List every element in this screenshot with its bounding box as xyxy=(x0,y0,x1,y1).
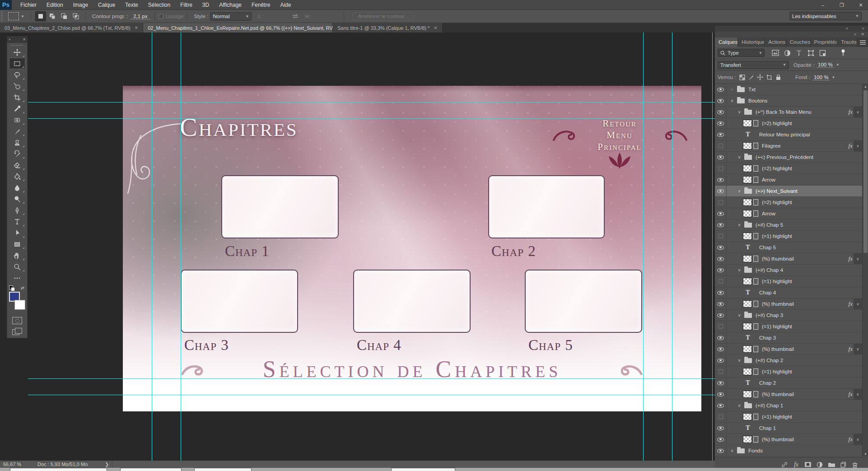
layer-visibility-toggle[interactable] xyxy=(715,253,727,264)
fill-caret-icon[interactable]: ▼ xyxy=(832,75,835,79)
layer-row[interactable]: (%) thumbnailfx∨ xyxy=(715,389,868,400)
menu-texte[interactable]: Texte xyxy=(120,0,143,10)
layer-row[interactable]: (=2) highlight xyxy=(715,197,868,208)
opacity-input[interactable]: 100 % xyxy=(817,62,834,68)
expand-group-icon[interactable]: › xyxy=(729,87,735,92)
selection-mode-new-button[interactable] xyxy=(35,11,46,21)
layer-visibility-toggle[interactable] xyxy=(715,84,727,95)
restore-button[interactable]: ❐ xyxy=(837,2,846,8)
layer-row[interactable]: (=2) highlight xyxy=(715,163,868,174)
layer-row[interactable]: (%) thumbnailfx∨ xyxy=(715,298,868,310)
collapse-group-icon[interactable]: ∨ xyxy=(737,110,742,114)
lock-all-icon[interactable] xyxy=(774,74,783,81)
status-options-chevron[interactable]: ❯ xyxy=(102,461,112,468)
layer-visibility-toggle[interactable] xyxy=(715,163,727,174)
fill-input[interactable]: 100 % xyxy=(812,75,830,80)
collapse-group-icon[interactable]: ∨ xyxy=(737,313,742,317)
layer-name[interactable]: Filagree xyxy=(762,143,781,149)
layer-visibility-toggle[interactable] xyxy=(715,332,727,343)
toolbar-header[interactable]: »✕ xyxy=(7,36,28,42)
feather-input[interactable]: 2,1 px xyxy=(130,14,151,19)
layer-visibility-toggle[interactable] xyxy=(715,378,727,388)
layer-thumbnail[interactable] xyxy=(743,120,758,127)
layer-name[interactable]: (+#) Chap 4 xyxy=(756,267,783,273)
layer-visibility-toggle[interactable] xyxy=(715,276,727,287)
collapse-group-icon[interactable]: ∨ xyxy=(737,189,742,193)
path-selection-tool[interactable] xyxy=(9,227,25,238)
eraser-tool[interactable] xyxy=(9,159,25,171)
menu-image[interactable]: Image xyxy=(68,0,93,10)
layer-fx-chevron[interactable]: ∨ xyxy=(854,344,862,354)
layer-name[interactable]: (=1) highlight xyxy=(762,279,792,284)
lock-artboard-icon[interactable] xyxy=(765,74,774,81)
layer-name[interactable]: (+<) Previous_Précédent xyxy=(756,154,813,160)
layer-row[interactable]: Arrow xyxy=(715,208,868,219)
collapse-dock-icon[interactable]: « xyxy=(846,26,848,32)
layer-visibility-toggle[interactable] xyxy=(715,298,727,309)
layer-visibility-toggle[interactable] xyxy=(715,355,727,366)
refine-edge-button[interactable]: Améliorer le contour... xyxy=(352,12,415,20)
layer-thumbnail[interactable] xyxy=(743,323,758,330)
minimize-button[interactable]: – xyxy=(818,2,827,8)
filter-pixel-layers-icon[interactable] xyxy=(771,49,780,57)
layer-name[interactable]: Chap 5 xyxy=(759,245,776,250)
swap-colors-icon[interactable]: ⇄ xyxy=(21,285,24,290)
selection-mode-add-button[interactable] xyxy=(47,11,58,21)
layer-row[interactable]: TChap 5 xyxy=(715,242,868,253)
layer-group-row[interactable]: ∨(+>) Next_Suivant xyxy=(715,186,868,197)
layer-name[interactable]: Retour Menu principal xyxy=(759,132,810,137)
layer-visibility-toggle[interactable] xyxy=(715,287,727,298)
layer-visibility-toggle[interactable] xyxy=(715,208,727,219)
layer-row[interactable]: (=1) highlight xyxy=(715,411,868,423)
history-brush-tool[interactable] xyxy=(9,148,25,159)
layer-visibility-toggle[interactable] xyxy=(715,321,727,332)
selection-mode-subtract-button[interactable] xyxy=(59,11,70,21)
layer-name[interactable]: (=1) highlight xyxy=(762,324,792,329)
layer-row[interactable]: (=1) highlight xyxy=(715,276,868,287)
selection-mode-intersect-button[interactable] xyxy=(70,11,81,21)
tab-close-icon[interactable]: ✕ xyxy=(135,25,138,30)
layer-visibility-toggle[interactable] xyxy=(715,140,727,151)
layer-row[interactable]: (=1) highlight xyxy=(715,321,868,332)
layer-group-row[interactable]: ∨(+#) Chap 4 xyxy=(715,265,868,276)
move-tool[interactable] xyxy=(9,47,25,58)
layer-name[interactable]: Chap 4 xyxy=(759,290,776,295)
layer-name[interactable]: (=1) highlight xyxy=(762,233,792,239)
workspace-select[interactable]: Les indispensables▼ xyxy=(789,12,862,20)
layer-visibility-toggle[interactable] xyxy=(715,152,727,163)
layer-fx-chevron[interactable]: ∨ xyxy=(854,140,862,151)
layer-visibility-toggle[interactable] xyxy=(715,107,727,117)
panel-menu-icon[interactable] xyxy=(858,37,868,47)
layer-filter-select[interactable]: Type ▼ xyxy=(718,49,765,57)
layer-thumbnail[interactable] xyxy=(743,300,758,308)
clone-stamp-tool[interactable] xyxy=(9,137,25,148)
layer-visibility-toggle[interactable] xyxy=(715,445,727,456)
lock-image-pixels-icon[interactable] xyxy=(747,74,756,81)
background-color-swatch[interactable] xyxy=(14,300,25,310)
panel-tab-tracs[interactable]: Tracés xyxy=(837,37,858,47)
layer-thumbnail[interactable] xyxy=(743,210,758,217)
default-colors-icon[interactable] xyxy=(9,285,13,289)
layer-visibility-toggle[interactable] xyxy=(715,310,727,321)
layer-visibility-toggle[interactable] xyxy=(715,423,727,434)
layer-visibility-toggle[interactable] xyxy=(715,400,727,411)
close-panel-icon[interactable]: ✕ xyxy=(861,32,864,37)
rectangle-tool[interactable] xyxy=(9,238,25,250)
layer-thumbnail[interactable] xyxy=(743,368,758,375)
layer-visibility-toggle[interactable] xyxy=(715,411,727,422)
layer-name[interactable]: Chap 3 xyxy=(759,335,776,340)
layer-name[interactable]: (=1) highlight xyxy=(762,414,792,420)
dodge-tool[interactable] xyxy=(9,193,25,205)
blur-tool[interactable] xyxy=(9,182,25,193)
layer-visibility-toggle[interactable] xyxy=(715,242,727,253)
lock-position-icon[interactable] xyxy=(756,74,765,81)
layer-fx-chevron[interactable]: ∨ xyxy=(854,107,862,117)
screen-mode-button[interactable] xyxy=(12,328,22,335)
layer-name[interactable]: (+#) Chap 1 xyxy=(756,403,783,408)
crop-tool[interactable] xyxy=(9,92,25,103)
collapse-group-icon[interactable]: ∨ xyxy=(737,358,742,363)
style-select[interactable]: Normal▼ xyxy=(210,12,252,21)
filter-adjustment-layers-icon[interactable] xyxy=(783,49,792,57)
swap-dimensions-icon[interactable] xyxy=(292,14,299,19)
menu-edition[interactable]: Edition xyxy=(42,0,68,10)
